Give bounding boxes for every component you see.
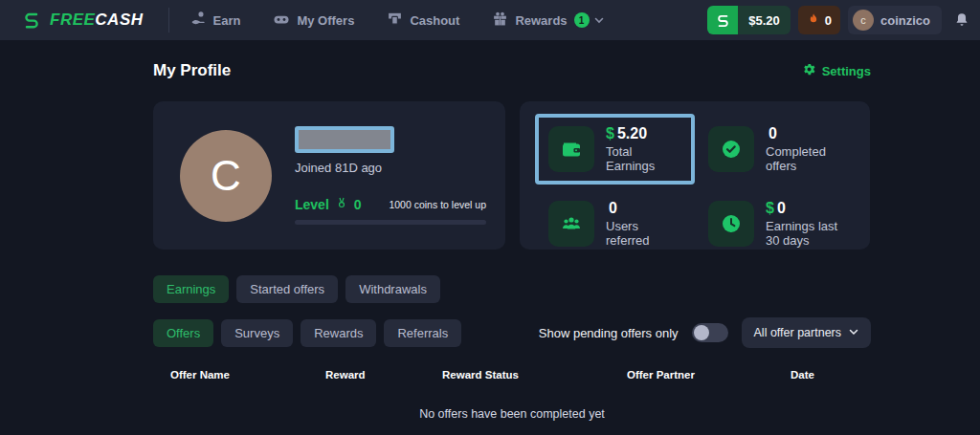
- settings-label: Settings: [822, 64, 871, 78]
- balance-button[interactable]: $5.20: [707, 6, 791, 34]
- nav-item-my-offers[interactable]: My Offers: [273, 11, 354, 31]
- nav-item-label: Cashout: [410, 13, 459, 28]
- stat-value: 0: [766, 125, 841, 142]
- username-label: coinzico: [880, 13, 930, 28]
- freecash-s-icon: [21, 10, 42, 31]
- col-offer-partner: Offer Partner: [610, 369, 773, 381]
- nav-right-cluster: $5.20 0 c coinzico: [707, 6, 970, 34]
- user-avatar: c: [853, 10, 874, 31]
- freecash-coin-icon: [707, 6, 738, 34]
- streak-count: 0: [825, 13, 832, 28]
- tab-withdrawals[interactable]: Withdrawals: [345, 275, 440, 303]
- balance-value: $5.20: [738, 6, 791, 34]
- primary-tabs: Earnings Started offers Withdrawals: [153, 275, 871, 303]
- level-label: Level: [295, 197, 329, 212]
- stat-value: $5.20: [606, 125, 681, 142]
- stat-label: Total Earnings: [606, 144, 681, 173]
- col-date: Date: [773, 369, 871, 381]
- freecash-logo[interactable]: FREECASH: [21, 10, 144, 31]
- profile-card: C Joined 81D ago Level 0 1000 coins to l…: [153, 101, 505, 250]
- filters: Show pending offers only All offer partn…: [539, 317, 871, 348]
- chevron-down-icon: [849, 326, 858, 339]
- joined-label: Joined 81D ago: [295, 161, 486, 175]
- stat-text: 0 Users referred: [606, 200, 681, 248]
- offers-table-header: Offer Name Reward Reward Status Offer Pa…: [153, 369, 871, 381]
- main-content: My Profile Settings C Joined 81D ago Lev…: [0, 40, 980, 421]
- col-offer-name: Offer Name: [153, 369, 308, 381]
- empty-state-message: No offers have been completed yet: [153, 407, 871, 421]
- dropdown-value: All offer partners: [754, 326, 841, 339]
- secondary-tabs-row: Offers Surveys Rewards Referrals Show pe…: [153, 317, 871, 348]
- stat-total-earnings: $5.20 Total Earnings: [535, 114, 695, 185]
- stat-value: $0: [766, 200, 841, 217]
- user-menu-button[interactable]: c coinzico: [848, 6, 942, 34]
- nav-divider: [168, 8, 169, 33]
- navbar: FREECASH Earn My Offers: [0, 0, 980, 40]
- toggle-knob: [694, 325, 709, 340]
- stat-value: 0: [606, 200, 681, 217]
- check-circle-icon: [708, 126, 754, 172]
- coins-to-level-hint: 1000 coins to level up: [389, 199, 486, 210]
- tab-surveys[interactable]: Surveys: [221, 319, 293, 347]
- nav-item-label: Earn: [213, 13, 241, 28]
- stat-text: $5.20 Total Earnings: [606, 125, 681, 173]
- freecash-wordmark: FREECASH: [50, 11, 144, 30]
- tab-rewards[interactable]: Rewards: [301, 319, 376, 347]
- stat-users-referred: 0 Users referred: [535, 188, 695, 259]
- stat-earnings-30-days: $0 Earnings last 30 days: [695, 188, 855, 259]
- tab-referrals[interactable]: Referrals: [384, 319, 461, 347]
- nav-items: Earn My Offers Cashout: [190, 11, 604, 31]
- users-icon: [548, 201, 594, 247]
- stat-label: Earnings last 30 days: [766, 219, 841, 248]
- page-title: My Profile: [153, 61, 231, 80]
- nav-item-label: Rewards: [515, 13, 567, 28]
- controller-icon: [273, 11, 290, 31]
- tab-earnings[interactable]: Earnings: [153, 275, 229, 303]
- nav-item-rewards[interactable]: Rewards 1: [492, 11, 603, 30]
- tab-offers[interactable]: Offers: [153, 319, 213, 347]
- offer-partner-dropdown[interactable]: All offer partners: [742, 317, 871, 348]
- username-redacted: [295, 126, 394, 153]
- profile-avatar: C: [180, 130, 272, 222]
- clock-icon: [708, 201, 754, 247]
- level-row: Level 0 1000 coins to level up: [295, 196, 486, 212]
- notifications-bell-icon[interactable]: [953, 11, 970, 29]
- cards-row: C Joined 81D ago Level 0 1000 coins to l…: [153, 101, 871, 250]
- level-value: 0: [354, 197, 362, 212]
- stat-text: $0 Earnings last 30 days: [766, 200, 841, 248]
- level-progress-bar: [295, 220, 486, 225]
- earn-icon: [190, 11, 207, 30]
- gear-icon: [802, 62, 816, 79]
- gift-icon: [492, 11, 508, 30]
- stat-label: Completed offers: [766, 144, 841, 173]
- profile-info: Joined 81D ago Level 0 1000 coins to lev…: [295, 126, 486, 225]
- title-row: My Profile Settings: [153, 59, 871, 82]
- medal-icon: [335, 196, 348, 212]
- col-reward: Reward: [308, 369, 425, 381]
- pending-offers-toggle[interactable]: [692, 323, 728, 342]
- chevron-down-icon: [594, 13, 604, 28]
- stat-label: Users referred: [606, 219, 681, 248]
- nav-item-cashout[interactable]: Cashout: [387, 11, 459, 30]
- streak-button[interactable]: 0: [798, 6, 840, 34]
- cashout-icon: [387, 11, 403, 30]
- col-reward-status: Reward Status: [425, 369, 610, 381]
- rewards-badge: 1: [574, 12, 590, 28]
- wallet-icon: [548, 126, 594, 172]
- nav-item-earn[interactable]: Earn: [190, 11, 241, 30]
- stat-completed-offers: 0 Completed offers: [695, 114, 855, 185]
- nav-item-label: My Offers: [297, 13, 354, 28]
- pending-offers-toggle-label: Show pending offers only: [539, 326, 679, 340]
- settings-button[interactable]: Settings: [802, 62, 871, 79]
- tab-started-offers[interactable]: Started offers: [236, 275, 338, 303]
- stats-card: $5.20 Total Earnings 0 Completed offers: [520, 101, 870, 250]
- stat-text: 0 Completed offers: [766, 125, 841, 173]
- fire-icon: [807, 12, 820, 29]
